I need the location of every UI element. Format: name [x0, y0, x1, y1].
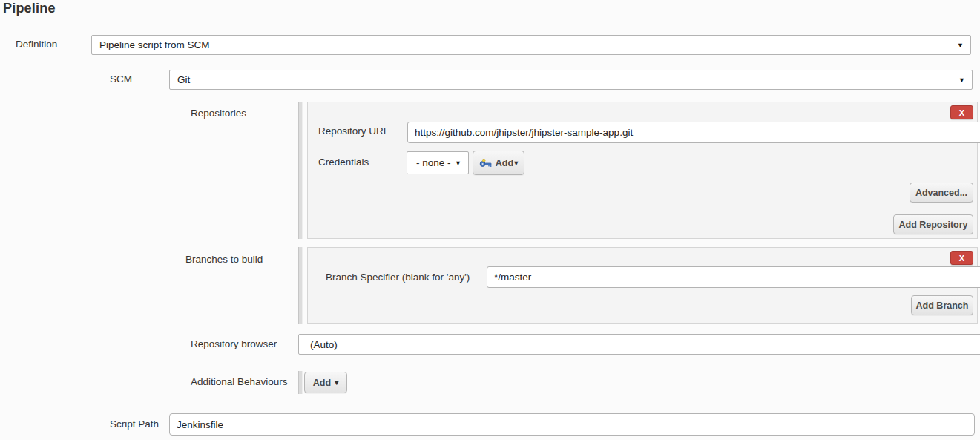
branches-panel: X Branch Specifier (blank for 'any') Add…: [307, 247, 978, 324]
page-title: Pipeline: [3, 1, 56, 16]
branch-specifier-input[interactable]: [487, 266, 980, 288]
caret-down-icon: ▾: [514, 159, 518, 167]
additional-behaviours-label: Additional Behaviours: [191, 376, 288, 387]
chevron-down-icon: ▼: [957, 42, 964, 49]
credentials-label: Credentials: [318, 157, 369, 168]
pipeline-config-section: Pipeline Definition Pipeline script from…: [0, 0, 980, 440]
add-behaviour-button-label: Add: [313, 378, 331, 388]
branch-drag-handle[interactable]: [298, 247, 303, 324]
add-behaviour-button[interactable]: Add ▾: [304, 372, 347, 393]
repository-browser-label: Repository browser: [191, 338, 277, 349]
repository-url-input[interactable]: [407, 122, 980, 143]
add-credentials-button-label: Add: [496, 158, 513, 168]
chevron-down-icon: ▼: [958, 76, 965, 84]
definition-select[interactable]: Pipeline script from SCM ▼: [91, 35, 971, 55]
delete-repository-button[interactable]: X: [950, 105, 973, 119]
add-branch-button[interactable]: Add Branch: [911, 295, 973, 315]
branch-specifier-label: Branch Specifier (blank for 'any'): [326, 272, 470, 283]
delete-branch-button[interactable]: X: [950, 251, 973, 265]
script-path-input[interactable]: [169, 413, 975, 436]
credentials-select-value: - none -: [416, 157, 451, 168]
repository-browser-select-value: (Auto): [310, 339, 338, 350]
scm-select-value: Git: [177, 74, 190, 85]
repositories-section-label: Repositories: [191, 108, 246, 119]
repository-drag-handle[interactable]: [298, 102, 303, 239]
add-credentials-button[interactable]: Add ▾: [473, 151, 524, 175]
definition-select-value: Pipeline script from SCM: [99, 39, 210, 50]
add-repository-button[interactable]: Add Repository: [893, 214, 973, 234]
branches-section-label: Branches to build: [185, 254, 263, 265]
repository-panel: X Repository URL Credentials - none - ▼ …: [307, 102, 978, 239]
definition-label: Definition: [16, 39, 57, 50]
credentials-select[interactable]: - none - ▼: [407, 151, 469, 174]
repository-url-label: Repository URL: [318, 125, 389, 137]
caret-down-icon: ▾: [335, 378, 338, 387]
scm-select[interactable]: Git ▼: [169, 70, 973, 90]
chevron-down-icon: ▼: [455, 160, 461, 167]
repository-browser-select[interactable]: (Auto) ▼: [298, 334, 980, 355]
scm-label: SCM: [110, 73, 132, 85]
behaviours-drag-handle: [298, 371, 303, 394]
key-icon: [479, 159, 492, 168]
script-path-label: Script Path: [110, 418, 159, 430]
advanced-button[interactable]: Advanced...: [910, 183, 973, 203]
